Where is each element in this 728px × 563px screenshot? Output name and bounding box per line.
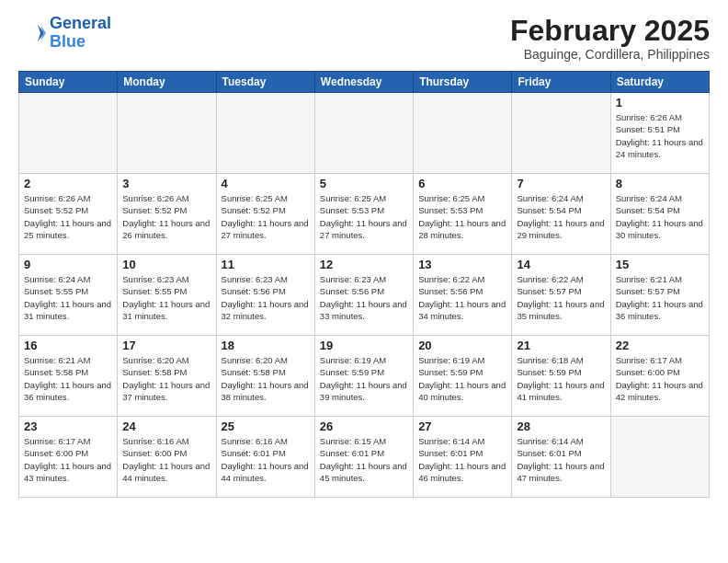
day-cell: 25 Sunrise: 6:16 AMSunset: 6:01 PMDaylig… (216, 417, 314, 498)
day-info: Sunrise: 6:19 AMSunset: 5:59 PMDaylight:… (418, 354, 506, 403)
header-cell-wednesday: Wednesday (314, 72, 413, 93)
page: General Blue February 2025 Baguinge, Cor… (0, 0, 728, 563)
day-cell: 12 Sunrise: 6:23 AMSunset: 5:56 PMDaylig… (314, 255, 413, 336)
day-info: Sunrise: 6:19 AMSunset: 5:59 PMDaylight:… (320, 354, 408, 403)
logo-line1: General (50, 15, 111, 33)
logo-line2: Blue (50, 33, 111, 52)
day-info: Sunrise: 6:25 AMSunset: 5:53 PMDaylight:… (320, 192, 408, 241)
day-number: 4 (222, 177, 310, 190)
day-number: 22 (616, 339, 704, 352)
day-cell (314, 93, 413, 174)
month-title: February 2025 (510, 15, 710, 47)
day-number: 3 (122, 177, 210, 190)
week-row-2: 2 Sunrise: 6:26 AMSunset: 5:52 PMDayligh… (19, 174, 710, 255)
day-cell: 15 Sunrise: 6:21 AMSunset: 5:57 PMDaylig… (610, 255, 709, 336)
day-info: Sunrise: 6:21 AMSunset: 5:57 PMDaylight:… (616, 273, 704, 322)
day-cell: 3 Sunrise: 6:26 AMSunset: 5:52 PMDayligh… (118, 174, 216, 255)
day-number: 9 (24, 258, 112, 271)
day-info: Sunrise: 6:24 AMSunset: 5:54 PMDaylight:… (616, 192, 704, 241)
day-number: 21 (517, 339, 605, 352)
day-number: 5 (320, 177, 408, 190)
day-info: Sunrise: 6:23 AMSunset: 5:55 PMDaylight:… (122, 273, 210, 322)
day-cell: 4 Sunrise: 6:25 AMSunset: 5:52 PMDayligh… (216, 174, 314, 255)
week-row-5: 23 Sunrise: 6:17 AMSunset: 6:00 PMDaylig… (19, 417, 710, 498)
day-number: 8 (616, 177, 704, 190)
header-cell-monday: Monday (118, 72, 216, 93)
day-info: Sunrise: 6:22 AMSunset: 5:56 PMDaylight:… (418, 273, 506, 322)
day-info: Sunrise: 6:18 AMSunset: 5:59 PMDaylight:… (517, 354, 605, 403)
day-number: 23 (24, 419, 112, 433)
logo-icon (18, 19, 46, 47)
day-cell: 26 Sunrise: 6:15 AMSunset: 6:01 PMDaylig… (314, 417, 413, 498)
day-number: 17 (122, 339, 210, 352)
header-cell-tuesday: Tuesday (216, 72, 314, 93)
day-cell: 13 Sunrise: 6:22 AMSunset: 5:56 PMDaylig… (414, 255, 512, 336)
day-number: 1 (616, 96, 704, 109)
day-number: 19 (320, 339, 408, 352)
day-cell: 17 Sunrise: 6:20 AMSunset: 5:58 PMDaylig… (118, 336, 216, 417)
day-cell: 2 Sunrise: 6:26 AMSunset: 5:52 PMDayligh… (19, 174, 118, 255)
day-info: Sunrise: 6:16 AMSunset: 6:00 PMDaylight:… (122, 435, 210, 484)
day-cell: 27 Sunrise: 6:14 AMSunset: 6:01 PMDaylig… (414, 417, 512, 498)
day-number: 28 (517, 419, 605, 433)
day-cell: 19 Sunrise: 6:19 AMSunset: 5:59 PMDaylig… (314, 336, 413, 417)
day-number: 6 (418, 177, 506, 190)
day-number: 12 (320, 258, 408, 271)
day-cell (414, 93, 512, 174)
header-cell-thursday: Thursday (414, 72, 512, 93)
day-number: 26 (320, 419, 408, 433)
day-cell: 14 Sunrise: 6:22 AMSunset: 5:57 PMDaylig… (512, 255, 610, 336)
day-number: 15 (616, 258, 704, 271)
day-number: 27 (418, 419, 506, 433)
day-number: 13 (418, 258, 506, 271)
day-number: 16 (24, 339, 112, 352)
day-number: 10 (122, 258, 210, 271)
week-row-3: 9 Sunrise: 6:24 AMSunset: 5:55 PMDayligh… (19, 255, 710, 336)
day-cell: 23 Sunrise: 6:17 AMSunset: 6:00 PMDaylig… (19, 417, 118, 498)
day-info: Sunrise: 6:26 AMSunset: 5:52 PMDaylight:… (122, 192, 210, 241)
calendar: SundayMondayTuesdayWednesdayThursdayFrid… (18, 71, 710, 498)
day-info: Sunrise: 6:17 AMSunset: 6:00 PMDaylight:… (616, 354, 704, 403)
day-cell (512, 93, 610, 174)
day-cell: 16 Sunrise: 6:21 AMSunset: 5:58 PMDaylig… (19, 336, 118, 417)
day-cell: 11 Sunrise: 6:23 AMSunset: 5:56 PMDaylig… (216, 255, 314, 336)
day-number: 20 (418, 339, 506, 352)
day-cell: 9 Sunrise: 6:24 AMSunset: 5:55 PMDayligh… (19, 255, 118, 336)
header: General Blue February 2025 Baguinge, Cor… (18, 15, 710, 62)
logo-text: General Blue (50, 15, 111, 52)
day-cell (19, 93, 118, 174)
day-info: Sunrise: 6:25 AMSunset: 5:52 PMDaylight:… (222, 192, 310, 241)
day-cell: 8 Sunrise: 6:24 AMSunset: 5:54 PMDayligh… (610, 174, 709, 255)
day-cell: 7 Sunrise: 6:24 AMSunset: 5:54 PMDayligh… (512, 174, 610, 255)
day-cell: 10 Sunrise: 6:23 AMSunset: 5:55 PMDaylig… (118, 255, 216, 336)
logo: General Blue (18, 15, 111, 52)
day-cell (610, 417, 709, 498)
day-number: 25 (222, 419, 310, 433)
day-info: Sunrise: 6:16 AMSunset: 6:01 PMDaylight:… (222, 435, 310, 484)
day-cell: 6 Sunrise: 6:25 AMSunset: 5:53 PMDayligh… (414, 174, 512, 255)
day-cell: 28 Sunrise: 6:14 AMSunset: 6:01 PMDaylig… (512, 417, 610, 498)
day-info: Sunrise: 6:15 AMSunset: 6:01 PMDaylight:… (320, 435, 408, 484)
day-cell (216, 93, 314, 174)
header-cell-saturday: Saturday (610, 72, 709, 93)
day-info: Sunrise: 6:17 AMSunset: 6:00 PMDaylight:… (24, 435, 112, 484)
day-cell: 22 Sunrise: 6:17 AMSunset: 6:00 PMDaylig… (610, 336, 709, 417)
day-cell: 20 Sunrise: 6:19 AMSunset: 5:59 PMDaylig… (414, 336, 512, 417)
day-cell (118, 93, 216, 174)
day-number: 24 (122, 419, 210, 433)
day-cell: 5 Sunrise: 6:25 AMSunset: 5:53 PMDayligh… (314, 174, 413, 255)
day-info: Sunrise: 6:22 AMSunset: 5:57 PMDaylight:… (517, 273, 605, 322)
day-info: Sunrise: 6:14 AMSunset: 6:01 PMDaylight:… (418, 435, 506, 484)
day-cell: 1 Sunrise: 6:26 AMSunset: 5:51 PMDayligh… (610, 93, 709, 174)
calendar-header: SundayMondayTuesdayWednesdayThursdayFrid… (19, 72, 710, 93)
day-info: Sunrise: 6:23 AMSunset: 5:56 PMDaylight:… (222, 273, 310, 322)
header-cell-friday: Friday (512, 72, 610, 93)
title-block: February 2025 Baguinge, Cordillera, Phil… (510, 15, 710, 62)
day-cell: 18 Sunrise: 6:20 AMSunset: 5:58 PMDaylig… (216, 336, 314, 417)
day-number: 14 (517, 258, 605, 271)
day-info: Sunrise: 6:26 AMSunset: 5:52 PMDaylight:… (24, 192, 112, 241)
header-cell-sunday: Sunday (19, 72, 118, 93)
week-row-4: 16 Sunrise: 6:21 AMSunset: 5:58 PMDaylig… (19, 336, 710, 417)
day-info: Sunrise: 6:26 AMSunset: 5:51 PMDaylight:… (616, 111, 704, 160)
day-cell: 24 Sunrise: 6:16 AMSunset: 6:00 PMDaylig… (118, 417, 216, 498)
